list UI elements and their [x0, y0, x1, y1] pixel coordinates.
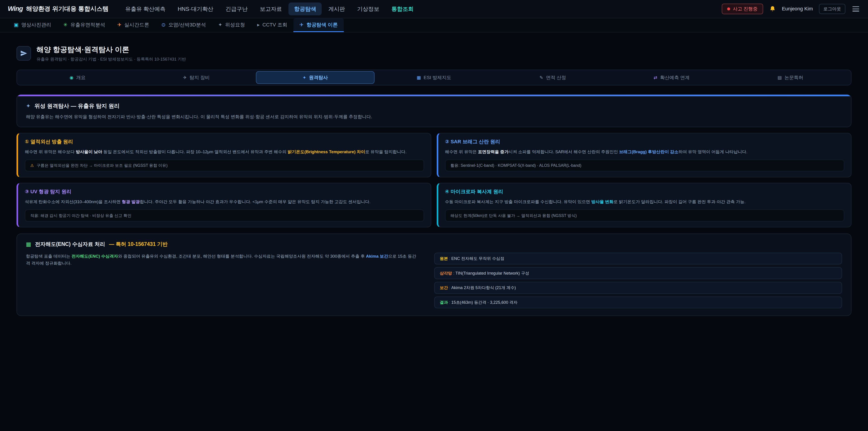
menu-button[interactable] [851, 4, 860, 13]
enc-row-tin: 삼각망TIN(Triangulated Irregular Network) 구… [434, 267, 842, 279]
tab-area-calculation[interactable]: ✎ 면적 산정 [493, 71, 612, 84]
card-body: 석유계 탄화수소에 자외선(310–400nm)을 조사하면 형광 발광합니다.… [25, 198, 424, 205]
topnav-item-emergency-rescue[interactable]: 긴급구난 [220, 2, 253, 16]
subnav-tab-satellite-request[interactable]: ✦ 위성요청 [212, 18, 251, 32]
tab-label: 논문특허 [784, 74, 803, 81]
enc-row-result: 결과15초(463m) 등간격 · 3,225,600 격자 [434, 297, 842, 308]
map-icon: ▦ [416, 75, 421, 80]
principle-cards-grid: ① 열적외선 방출 원리 해수면 위 유막은 해수보다 방사율이 낮아 동일 온… [17, 133, 851, 227]
enc-title-text: 전자해도(ENC) 수심자료 처리 [35, 241, 105, 248]
subnav-tab-oil-area-analysis[interactable]: ✳ 유출유면적분석 [57, 18, 111, 32]
topnav-item-hns-air-diffusion[interactable]: HNS·대기확산 [172, 2, 219, 16]
status-dot-icon [727, 7, 730, 10]
tab-label: 확산예측 연계 [660, 74, 690, 81]
topnav-item-reports[interactable]: 보고자료 [254, 2, 287, 16]
card-sar-bragg: ② SAR 브래그 산란 원리 해수면 위 유막은 표면장력을 증가시켜 소파를… [437, 133, 851, 177]
map-grid-icon: ▦ [26, 241, 31, 247]
enc-depth-data-panel: ▦ 전자해도(ENC) 수심자료 처리 — 특허 10-1567431 기반 항… [17, 234, 851, 316]
app-title: 해양환경 위기대응 통합시스템 [26, 5, 109, 13]
main-content: 해양 항공탐색·원격탐사 이론 유출유 원격탐지 · 항공감시 기법 · ESI… [0, 33, 868, 316]
topnav-item-integrated-query[interactable]: 통합조회 [386, 2, 419, 16]
enc-content: 항공탐색 표출 데이터는 전자해도(ENC) 수심격자와 중첩되어 유출유의 수… [26, 253, 842, 308]
remote-sensing-intro-body: ✦ 위성 원격탐사 — 유출유 탐지 원리 해양 유출유는 해수면에 유막을 형… [17, 96, 851, 127]
incident-status-badge[interactable]: 사고 진행중 [722, 4, 763, 14]
hamburger-icon [852, 6, 859, 11]
card-note: 해상도 한계(50km)로 단독 사용 불가 → 열적외선과 융합 (NGSST… [445, 210, 844, 221]
notifications-button[interactable] [769, 6, 776, 12]
tab-remote-sensing[interactable]: ✦ 원격탐사 [256, 71, 375, 84]
subnav-tab-label: 실시간드론 [124, 22, 149, 28]
enc-row-label: 보간 [440, 285, 451, 290]
page-title: 해양 항공탐색·원격탐사 이론 [37, 45, 186, 55]
page-header-text: 해양 항공탐색·원격탐사 이론 유출유 원격탐지 · 항공감시 기법 · ESI… [37, 45, 186, 62]
topnav-item-aerial-search[interactable]: 항공탐색 [288, 2, 322, 16]
card-title: ③ UV 형광 탐지 원리 [25, 188, 424, 195]
tab-papers-patents[interactable]: ▤ 논문특허 [731, 71, 850, 84]
wing-logo-icon: Wing [8, 5, 23, 12]
enc-title-patent-suffix: — 특허 10-1567431 기반 [109, 241, 168, 248]
enc-row-source: 원본ENC 전자해도 무작위 수심점 [434, 253, 842, 265]
card-note-text: 적용: 해경 감시 항공기 야간 탐색 · 비정상 유출 신고 확인 [30, 213, 131, 218]
drone-icon: ✈ [117, 22, 121, 28]
enc-description: 항공탐색 표출 데이터는 전자해도(ENC) 수심격자와 중첩되어 유출유의 수… [26, 253, 418, 308]
enc-row-label: 원본 [440, 256, 451, 261]
subnav-tab-pollution-ship-3d[interactable]: ⊙ 오염/선박3D분석 [155, 18, 212, 32]
warning-icon: ⚠ [30, 163, 34, 168]
secondary-nav: ▣ 영상사진관리 ✳ 유출유면적분석 ✈ 실시간드론 ⊙ 오염/선박3D분석 ✦… [0, 18, 868, 33]
tab-prediction-link[interactable]: ⇄ 확산예측 연계 [612, 71, 731, 84]
topnav-item-oil-spill-prediction[interactable]: 유출유 확산예측 [120, 2, 171, 16]
card-thermal-infrared: ① 열적외선 방출 원리 해수면 위 유막은 해수보다 방사율이 낮아 동일 온… [17, 133, 431, 177]
subnav-tab-image-management[interactable]: ▣ 영상사진관리 [8, 18, 57, 32]
tab-detection-equipment[interactable]: ✈ 탐지 장비 [137, 71, 256, 84]
tab-label: 개요 [76, 74, 86, 81]
enc-row-value: Akima 2차원 5차다항식 (21개 계수) [452, 285, 516, 290]
card-title: ④ 마이크로파 복사계 원리 [445, 188, 844, 195]
card-microwave-radiometer: ④ 마이크로파 복사계 원리 수동 마이크로파 복사계는 지구 방출 마이크로파… [437, 183, 851, 227]
primary-nav: 유출유 확산예측 HNS·대기확산 긴급구난 보고자료 항공탐색 게시판 기상정… [120, 2, 419, 16]
tab-label: 탐지 장비 [190, 74, 210, 81]
card-note-text: 활용: Sentinel-1(C-band) · KOMPSAT-5(X-ban… [451, 163, 581, 168]
card-note: ⚠ 구름은 열적외선을 완전 차단 → 마이크로파 보조 필요 (NGSST 융… [25, 160, 424, 171]
subnav-tab-cctv-view[interactable]: ▸ CCTV 조회 [251, 18, 293, 32]
tab-overview[interactable]: ◉ 개요 [18, 71, 137, 84]
subnav-tab-label: CCTV 조회 [262, 22, 287, 28]
aerial-theory-icon: ✈ [300, 22, 304, 28]
card-note-text: 해상도 한계(50km)로 단독 사용 불가 → 열적외선과 융합 (NGSST… [451, 213, 577, 218]
topnav-item-board[interactable]: 게시판 [323, 2, 350, 16]
subnav-tab-aerial-search-theory[interactable]: ✈ 항공탐색 이론 [293, 18, 344, 32]
card-uv-fluorescence: ③ UV 형광 탐지 원리 석유계 탄화수소에 자외선(310–400nm)을 … [17, 183, 431, 227]
tab-label: 면적 산정 [546, 74, 566, 81]
tab-label: 원격탐사 [309, 74, 328, 81]
user-name: Eunjeong Kim [782, 6, 813, 12]
enc-process-rows: 원본ENC 전자해도 무작위 수심점 삼각망TIN(Triangulated I… [434, 253, 842, 308]
logout-button[interactable]: 로그아웃 [819, 4, 845, 14]
subnav-tab-label: 위성요청 [225, 22, 245, 28]
enc-row-value: TIN(Triangulated Irregular Network) 구성 [456, 271, 529, 276]
card-body: 해수면 위 유막은 해수보다 방사율이 낮아 동일 온도에서도 적외선 방출량이… [25, 149, 424, 155]
enc-row-label: 결과 [440, 300, 451, 305]
enc-row-interpolation: 보간Akima 2차원 5차다항식 (21개 계수) [434, 282, 842, 294]
page-icon-tile [17, 46, 31, 61]
card-note-text: 구름은 열적외선을 완전 차단 → 마이크로파 보조 필요 (NGSST 융합 … [37, 163, 167, 168]
card-body: 해수면 위 유막은 표면장력을 증가시켜 소파를 억제합니다. SAR에서 해수… [445, 149, 844, 155]
remote-sensing-intro-panel: ✦ 위성 원격탐사 — 유출유 탐지 원리 해양 유출유는 해수면에 유막을 형… [17, 94, 851, 127]
satellite-icon: ✦ [218, 22, 222, 28]
card-title: ① 열적외선 방출 원리 [25, 138, 424, 145]
topbar-right: 사고 진행중 Eunjeong Kim 로그아웃 [722, 4, 860, 14]
pencil-icon: ✎ [539, 75, 543, 80]
card-body: 수동 마이크로파 복사계는 지구 방출 마이크로파를 수신합니다. 유막이 있으… [445, 198, 844, 205]
page-header: 해양 항공탐색·원격탐사 이론 유출유 원격탐지 · 항공감시 기법 · ESI… [17, 45, 851, 62]
card-title: ② SAR 브래그 산란 원리 [445, 138, 844, 145]
tab-esi-map[interactable]: ▦ ESI 방제지도 [375, 71, 493, 84]
section-tab-bar: ◉ 개요 ✈ 탐지 장비 ✦ 원격탐사 ▦ ESI 방제지도 ✎ 면적 산정 ⇄… [17, 70, 851, 86]
cctv-icon: ▸ [257, 22, 260, 28]
camera-icon: ▣ [14, 22, 19, 28]
enc-row-label: 삼각망 [440, 271, 455, 276]
subnav-tab-realtime-drone[interactable]: ✈ 실시간드론 [111, 18, 155, 32]
subnav-tab-label: 오염/선박3D분석 [168, 22, 206, 28]
enc-row-value: ENC 전자해도 무작위 수심점 [452, 256, 504, 261]
app-logo[interactable]: Wing 해양환경 위기대응 통합시스템 [8, 5, 108, 13]
topnav-item-weather-info[interactable]: 기상정보 [351, 2, 385, 16]
section-title-text: 위성 원격탐사 — 유출유 탐지 원리 [34, 102, 120, 110]
incident-status-label: 사고 진행중 [733, 6, 758, 12]
